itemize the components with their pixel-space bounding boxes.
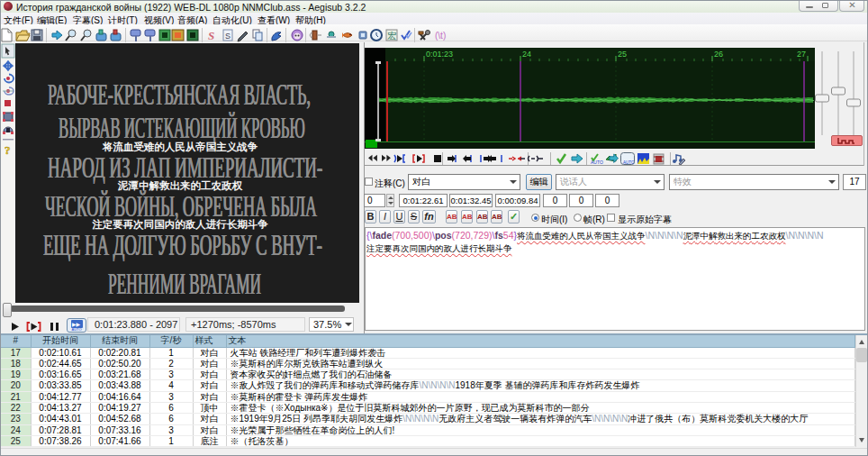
svg-text:AUTO: AUTO bbox=[72, 327, 82, 331]
svg-text:S: S bbox=[225, 32, 231, 41]
svg-text:(\t): (\t) bbox=[435, 31, 446, 41]
svg-text:26: 26 bbox=[714, 50, 723, 59]
svg-text:AUTO: AUTO bbox=[591, 160, 603, 165]
svg-text:25: 25 bbox=[618, 50, 627, 59]
svg-text:S: S bbox=[208, 29, 214, 42]
svg-text:宏: 宏 bbox=[387, 31, 396, 41]
svg-text:0:01:23: 0:01:23 bbox=[426, 50, 453, 59]
svg-text:AUTO: AUTO bbox=[623, 160, 635, 165]
svg-text:27: 27 bbox=[797, 50, 806, 59]
svg-text:24: 24 bbox=[522, 50, 531, 59]
